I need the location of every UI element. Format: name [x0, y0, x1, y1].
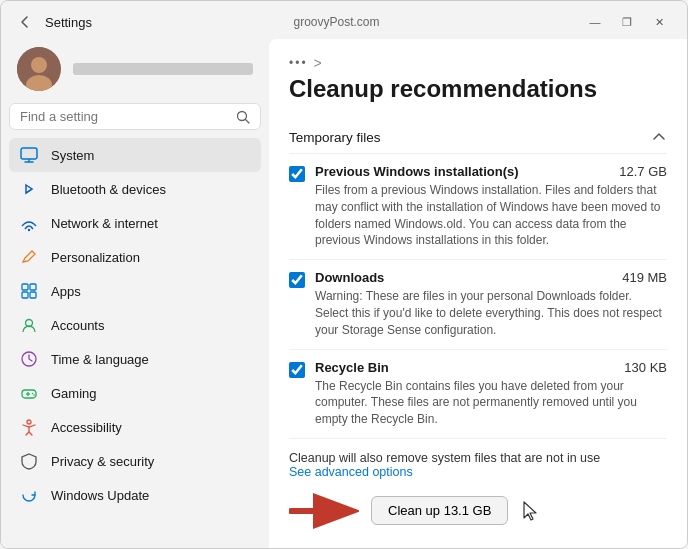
search-icon: [236, 110, 250, 124]
close-button[interactable]: ✕: [645, 11, 673, 33]
system-icon: [19, 145, 39, 165]
time-icon: [19, 349, 39, 369]
sidebar-item-bluetooth[interactable]: Bluetooth & devices: [9, 172, 261, 206]
settings-window: Settings groovyPost.com — ❐ ✕: [0, 0, 688, 549]
checkbox-2[interactable]: [289, 362, 305, 381]
accessibility-icon: [19, 417, 39, 437]
sidebar-item-network[interactable]: Network & internet: [9, 206, 261, 240]
sidebar-item-personalization[interactable]: Personalization: [9, 240, 261, 274]
network-icon: [19, 213, 39, 233]
cleanup-item-1: Downloads 419 MB Warning: These are file…: [289, 260, 667, 349]
item-desc-1: Warning: These are files in your persona…: [315, 288, 667, 338]
svg-rect-11: [22, 292, 28, 298]
sidebar-item-time[interactable]: Time & language: [9, 342, 261, 376]
maximize-button[interactable]: ❐: [613, 11, 641, 33]
personalization-icon: [19, 247, 39, 267]
bluetooth-icon: [19, 179, 39, 199]
item-size-1: 419 MB: [622, 270, 667, 285]
user-profile: [9, 39, 261, 103]
svg-point-18: [32, 393, 34, 395]
update-icon: [19, 485, 39, 505]
cleanup-btn-wrap: Clean up 13.1 GB: [289, 493, 667, 529]
sidebar-item-update[interactable]: Windows Update: [9, 478, 261, 512]
search-bar[interactable]: [9, 103, 261, 130]
cleanup-button[interactable]: Clean up 13.1 GB: [371, 496, 508, 525]
window-title: Settings: [45, 15, 92, 30]
footer-note-text: Cleanup will also remove system files th…: [289, 451, 600, 465]
avatar: [17, 47, 61, 91]
search-input[interactable]: [20, 109, 230, 124]
cleanup-item-0: Previous Windows installation(s) 12.7 GB…: [289, 154, 667, 260]
sidebar-label-bluetooth: Bluetooth & devices: [51, 182, 166, 197]
sidebar-item-accounts[interactable]: Accounts: [9, 308, 261, 342]
chevron-up-icon: [651, 129, 667, 145]
section-header: Temporary files: [289, 119, 667, 154]
accounts-icon: [19, 315, 39, 335]
minimize-button[interactable]: —: [581, 11, 609, 33]
checkbox-0[interactable]: [289, 166, 305, 185]
page-title: Cleanup recommendations: [289, 75, 667, 103]
sidebar-label-accessibility: Accessibility: [51, 420, 122, 435]
titlebar: Settings groovyPost.com — ❐ ✕: [1, 1, 687, 39]
svg-point-8: [28, 229, 30, 231]
sidebar-item-privacy[interactable]: Privacy & security: [9, 444, 261, 478]
item-name-2: Recycle Bin: [315, 360, 389, 375]
svg-rect-10: [30, 284, 36, 290]
sidebar-label-personalization: Personalization: [51, 250, 140, 265]
sidebar-item-gaming[interactable]: Gaming: [9, 376, 261, 410]
item-name-1: Downloads: [315, 270, 384, 285]
username-blurred: [73, 63, 253, 75]
back-icon: [18, 15, 32, 29]
svg-rect-5: [21, 148, 37, 159]
sidebar-label-apps: Apps: [51, 284, 81, 299]
svg-rect-9: [22, 284, 28, 290]
back-button[interactable]: [15, 12, 35, 32]
item-size-2: 130 KB: [624, 360, 667, 375]
checkbox-input-0[interactable]: [289, 166, 305, 182]
svg-rect-12: [30, 292, 36, 298]
main-layout: System Bluetooth & devices: [1, 39, 687, 548]
item-desc-2: The Recycle Bin contains files you have …: [315, 378, 667, 428]
svg-point-1: [31, 57, 47, 73]
svg-point-19: [33, 394, 35, 396]
checkbox-1[interactable]: [289, 272, 305, 291]
sidebar-item-apps[interactable]: Apps: [9, 274, 261, 308]
section-title: Temporary files: [289, 130, 381, 145]
avatar-image: [17, 47, 61, 91]
svg-point-20: [27, 420, 31, 424]
sidebar-label-system: System: [51, 148, 94, 163]
titlebar-left: Settings: [15, 12, 92, 32]
footer-note: Cleanup will also remove system files th…: [289, 451, 667, 479]
apps-icon: [19, 281, 39, 301]
sidebar-item-system[interactable]: System: [9, 138, 261, 172]
sidebar-label-time: Time & language: [51, 352, 149, 367]
item-size-0: 12.7 GB: [619, 164, 667, 179]
checkbox-input-2[interactable]: [289, 362, 305, 378]
sidebar-item-accessibility[interactable]: Accessibility: [9, 410, 261, 444]
gaming-icon: [19, 383, 39, 403]
avatar-svg: [17, 47, 61, 91]
item-name-0: Previous Windows installation(s): [315, 164, 519, 179]
checkbox-input-1[interactable]: [289, 272, 305, 288]
breadcrumb-separator: >: [314, 55, 322, 71]
window-controls: — ❐ ✕: [581, 11, 673, 33]
svg-line-4: [246, 119, 250, 123]
url-display: groovyPost.com: [92, 15, 581, 29]
item-desc-0: Files from a previous Windows installati…: [315, 182, 667, 249]
cursor-icon: [522, 500, 540, 522]
cleanup-item-2: Recycle Bin 130 KB The Recycle Bin conta…: [289, 350, 667, 439]
breadcrumb-dots: •••: [289, 56, 308, 70]
content-area: ••• > Cleanup recommendations Temporary …: [269, 39, 687, 548]
privacy-icon: [19, 451, 39, 471]
sidebar: System Bluetooth & devices: [1, 39, 269, 548]
breadcrumb: ••• >: [289, 55, 667, 71]
advanced-options-link[interactable]: See advanced options: [289, 465, 413, 479]
sidebar-label-privacy: Privacy & security: [51, 454, 154, 469]
sidebar-label-gaming: Gaming: [51, 386, 97, 401]
sidebar-label-accounts: Accounts: [51, 318, 104, 333]
red-arrow-icon: [289, 493, 359, 529]
sidebar-label-network: Network & internet: [51, 216, 158, 231]
sidebar-label-update: Windows Update: [51, 488, 149, 503]
